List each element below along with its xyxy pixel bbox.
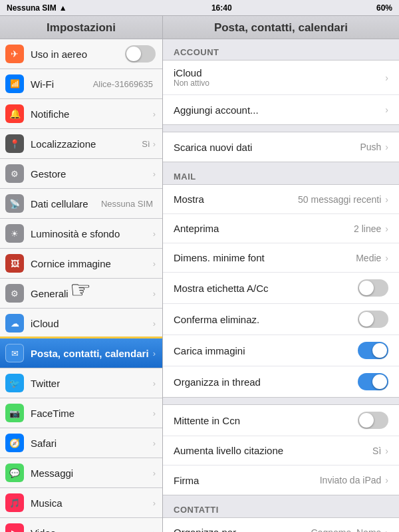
- scarica-row[interactable]: Scarica nuovi dati Push ›: [163, 132, 399, 162]
- sidebar-item-dati-cellulare[interactable]: 📡 Dati cellulare Nessuna SIM: [0, 189, 162, 219]
- sidebar-item-safari[interactable]: 🧭 Safari ›: [0, 428, 162, 458]
- icloud-row[interactable]: iCloud Non attivo ›: [163, 61, 399, 95]
- musica-chevron: ›: [153, 498, 156, 508]
- sidebar-item-video[interactable]: ▶ Video ›: [0, 518, 162, 532]
- anteprima-row-label: Anteprima: [174, 223, 354, 234]
- mostra-row-label: Mostra: [174, 194, 298, 205]
- twitter-icon: 🐦: [5, 374, 24, 392]
- aggiungi-row-label: Aggiungi account...: [174, 104, 385, 116]
- firma-label: Firma: [174, 475, 320, 486]
- mostra-etichetta-row[interactable]: Mostra etichetta A/Cc: [163, 273, 399, 304]
- right-panel: Posta, contatti, calendari Account iClou…: [163, 16, 399, 532]
- gestore-icon: ⚙: [5, 164, 24, 183]
- sidebar-item-messaggi[interactable]: 💬 Messaggi ›: [0, 458, 162, 488]
- sidebar-label-notifiche: Notifiche: [31, 108, 153, 120]
- aumenta-citazione-label: Aumenta livello citazione: [174, 445, 372, 456]
- generali-chevron: ›: [153, 289, 156, 299]
- sidebar-item-musica[interactable]: 🎵 Musica ›: [0, 488, 162, 518]
- aggiungi-row-chevron: ›: [385, 104, 388, 115]
- posta-icon: ✉: [5, 344, 24, 362]
- aumenta-citazione-row[interactable]: Aumenta livello citazione Sì ›: [163, 436, 399, 466]
- twitter-chevron: ›: [153, 378, 156, 388]
- firma-row[interactable]: Firma Inviato da iPad ›: [163, 466, 399, 495]
- account-group: iCloud Non attivo › Aggiungi account... …: [163, 60, 399, 125]
- facetime-chevron: ›: [153, 408, 156, 418]
- airplane-icon: ✈: [5, 45, 24, 63]
- status-right: 60%: [376, 3, 392, 13]
- sidebar-item-airplane[interactable]: ✈ Uso in aereo: [0, 39, 162, 69]
- sidebar-label-posta: Posta, contatti, calendari: [31, 348, 153, 359]
- sidebar-item-wifi[interactable]: 📶 Wi-Fi Alice-31669635: [0, 69, 162, 99]
- icloud-row-label: iCloud: [174, 67, 385, 78]
- icloud-chevron: ›: [153, 319, 156, 329]
- mittente-ccn-row[interactable]: Mittente in Ccn: [163, 405, 399, 436]
- sidebar-item-posta[interactable]: ✉ Posta, contatti, calendari ›: [0, 338, 162, 368]
- mostra-row[interactable]: Mostra 50 messaggi recenti ›: [163, 185, 399, 214]
- scarica-row-label: Scarica nuovi dati: [174, 142, 360, 153]
- dimens-font-row[interactable]: Dimens. minime font Medie ›: [163, 243, 399, 273]
- sidebar-label-safari: Safari: [31, 438, 153, 449]
- sidebar-label-localizzazione: Localizzazione: [31, 138, 142, 150]
- mittente-ccn-label: Mittente in Ccn: [174, 415, 358, 426]
- sidebar-item-localizzazione[interactable]: 📍 Localizzazione Sì ›: [0, 129, 162, 159]
- sidebar-item-generali[interactable]: ⚙ Generali ›: [0, 279, 162, 309]
- sidebar-list: ✈ Uso in aereo 📶 Wi-Fi Alice-31669635 🔔 …: [0, 39, 162, 532]
- firma-value: Inviato da iPad: [320, 475, 382, 485]
- wifi-icon: 📶: [5, 74, 24, 93]
- cornice-icon: 🖼: [5, 254, 24, 273]
- status-time: 16:40: [211, 3, 232, 13]
- conferma-row[interactable]: Conferma eliminaz.: [163, 304, 399, 335]
- firma-chevron: ›: [385, 475, 388, 485]
- organizza-thread-row[interactable]: Organizza in thread: [163, 366, 399, 397]
- section-mail-title: Mail: [163, 164, 399, 184]
- video-chevron: ›: [153, 528, 156, 533]
- sidebar: Impostazioni ✈ Uso in aereo 📶 Wi-Fi Alic…: [0, 16, 163, 532]
- contatti-group: Organizza per Cognome, Nome › Visualizza…: [163, 517, 399, 532]
- carica-immagini-row-label: Carica immagini: [174, 345, 358, 356]
- carica-immagini-row[interactable]: Carica immagini: [163, 335, 399, 366]
- carica-immagini-toggle[interactable]: [358, 342, 388, 359]
- conferma-toggle[interactable]: [358, 311, 388, 328]
- mostra-etichetta-toggle[interactable]: [358, 279, 388, 297]
- cellulare-value: Nessuna SIM: [101, 199, 153, 209]
- scarica-row-chevron: ›: [385, 142, 388, 152]
- luminosita-icon: ☀: [5, 224, 24, 243]
- sidebar-label-generali: Generali: [31, 288, 153, 299]
- sidebar-item-twitter[interactable]: 🐦 Twitter ›: [0, 368, 162, 398]
- posta-chevron: ›: [153, 348, 156, 358]
- wifi-icon: ▲: [59, 3, 67, 13]
- messaggi-chevron: ›: [153, 468, 156, 478]
- video-icon: ▶: [5, 523, 24, 532]
- dimens-font-row-value: Medie: [356, 253, 381, 263]
- right-panel-title: Posta, contatti, calendari: [163, 16, 399, 39]
- organizza-thread-toggle[interactable]: [358, 373, 388, 390]
- safari-chevron: ›: [153, 438, 156, 448]
- sidebar-item-cornice[interactable]: 🖼 Cornice immagine ›: [0, 249, 162, 279]
- organizza-per-value: Cognome, Nome: [311, 527, 382, 533]
- notifiche-chevron: ›: [153, 109, 156, 119]
- generali-icon: ⚙: [5, 284, 24, 303]
- section-contatti-title: Contatti: [163, 497, 399, 517]
- anteprima-row[interactable]: Anteprima 2 linee ›: [163, 214, 399, 243]
- mittente-ccn-toggle[interactable]: [358, 412, 388, 429]
- aggiungi-row[interactable]: Aggiungi account... ›: [163, 95, 399, 124]
- safari-icon: 🧭: [5, 434, 24, 452]
- cellulare-icon: 📡: [5, 194, 24, 213]
- sidebar-label-dati-cellulare: Dati cellulare: [31, 198, 101, 209]
- sidebar-label-twitter: Twitter: [31, 378, 153, 389]
- airplane-toggle[interactable]: [125, 45, 156, 63]
- main-container: Impostazioni ✈ Uso in aereo 📶 Wi-Fi Alic…: [0, 16, 399, 532]
- scarica-group: Scarica nuovi dati Push ›: [163, 132, 399, 162]
- sidebar-item-facetime[interactable]: 📷 FaceTime ›: [0, 398, 162, 428]
- sidebar-item-gestore[interactable]: ⚙ Gestore ›: [0, 159, 162, 189]
- organizza-per-row[interactable]: Organizza per Cognome, Nome ›: [163, 518, 399, 532]
- mail-group: Mostra 50 messaggi recenti › Anteprima 2…: [163, 184, 399, 398]
- sidebar-item-notifiche[interactable]: 🔔 Notifiche ›: [0, 99, 162, 129]
- aumenta-citazione-chevron: ›: [385, 446, 388, 456]
- wifi-value: Alice-31669635: [93, 79, 153, 89]
- section-account-title: Account: [163, 39, 399, 60]
- cornice-chevron: ›: [153, 259, 156, 269]
- sidebar-item-icloud[interactable]: ☁ iCloud ›: [0, 309, 162, 338]
- sidebar-item-luminosita[interactable]: ☀ Luminosità e sfondo ›: [0, 219, 162, 249]
- dimens-font-row-chevron: ›: [385, 253, 388, 263]
